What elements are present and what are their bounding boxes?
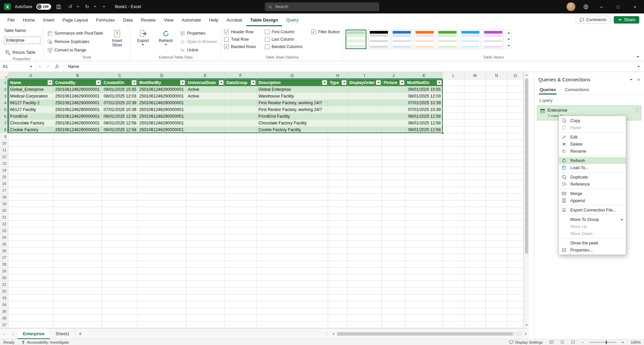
cell[interactable]	[348, 86, 382, 93]
context-menu-item-show-the-peek[interactable]: Show the peek	[559, 239, 626, 246]
filter-button[interactable]	[376, 80, 381, 85]
pane-tab-queries[interactable]: Queries	[539, 86, 557, 94]
table-header-createdon[interactable]: CreatedOn	[102, 79, 138, 86]
column-header-e[interactable]: E	[186, 72, 225, 79]
filter-button[interactable]	[322, 80, 327, 85]
cell[interactable]: 09/01/2025 15:55	[405, 86, 443, 93]
table-style-swatch-7[interactable]	[483, 30, 504, 49]
pane-close-icon[interactable]: ×	[637, 77, 640, 82]
scroll-up-icon[interactable]	[524, 72, 529, 78]
table-style-swatch-1[interactable]	[346, 30, 366, 49]
table-name-input[interactable]	[4, 37, 40, 44]
cell[interactable]	[328, 86, 348, 93]
cell[interactable]: 07/01/2025 10:39	[405, 100, 443, 106]
menu-tab-acrobat[interactable]: Acrobat	[222, 13, 246, 26]
scroll-down-icon[interactable]	[524, 322, 529, 328]
cell[interactable]: 66127 Facility 2	[8, 100, 53, 106]
cell[interactable]	[225, 93, 257, 100]
share-button[interactable]: Share	[614, 16, 639, 24]
save-icon[interactable]	[55, 3, 63, 10]
cell[interactable]: Global_Enterprise	[8, 86, 53, 93]
scroll-right-icon[interactable]	[524, 332, 528, 336]
accessibility-status[interactable]: Accessibility: Investigate	[18, 339, 72, 345]
normal-view-icon[interactable]	[546, 339, 557, 345]
search-box[interactable]	[265, 2, 379, 11]
query-peek-icon[interactable]	[635, 108, 639, 112]
cell[interactable]: 06/01/2025 12:58	[102, 113, 138, 120]
cell[interactable]: 06/01/2025 12:58	[102, 120, 138, 126]
row-header-23[interactable]: 23	[0, 227, 8, 234]
menu-tab-query[interactable]: Query	[282, 13, 303, 26]
cell[interactable]: 2501061246290000001	[53, 86, 102, 93]
vertical-scroll-thumb[interactable]	[525, 79, 528, 254]
scroll-left-icon[interactable]	[331, 332, 336, 336]
cell[interactable]	[382, 113, 405, 120]
horizontal-scrollbar[interactable]	[330, 329, 529, 339]
row-header-17[interactable]: 17	[0, 187, 8, 194]
globe-icon[interactable]	[582, 3, 589, 10]
table-header-modifiedby[interactable]: ModifiedBy	[138, 79, 186, 86]
cell[interactable]: 2501061246290000001	[138, 86, 186, 93]
redo-icon[interactable]: ↻	[83, 3, 91, 10]
undo-dropdown-icon[interactable]	[77, 6, 79, 7]
checkbox-last-column[interactable]: Last Column	[265, 37, 302, 42]
sheet-nav-right-icon[interactable]: ›	[9, 329, 17, 339]
cell[interactable]	[348, 120, 382, 126]
cells-area[interactable]: NameCreatedByCreatedOnModifiedByUniversa…	[8, 79, 524, 328]
cell[interactable]: 07/01/2025 10:39	[102, 106, 138, 113]
cell[interactable]: 2501061246290000001	[138, 100, 186, 106]
row-header-8[interactable]: 8	[0, 126, 8, 133]
column-header-i[interactable]: I	[348, 72, 382, 79]
row-header-4[interactable]: 4	[0, 100, 8, 106]
menu-tab-table-design[interactable]: Table Design	[246, 13, 282, 26]
row-header-33[interactable]: 33	[0, 295, 8, 301]
filter-button[interactable]	[219, 80, 224, 85]
table-header-description[interactable]: Description	[257, 79, 328, 86]
summarize-with-pivottable-button[interactable]: Summarize with PivotTable	[46, 30, 104, 37]
insert-slicer-button[interactable]: Insert Slicer	[107, 28, 127, 54]
menu-tab-help[interactable]: Help	[205, 13, 222, 26]
cell[interactable]: 06/01/2025 12:58	[405, 126, 443, 133]
cell[interactable]	[328, 126, 348, 133]
page-break-view-icon[interactable]	[568, 339, 578, 345]
cell[interactable]	[225, 86, 257, 93]
quick-access-menu-icon[interactable]	[100, 3, 108, 10]
cancel-icon[interactable]: ×	[35, 64, 44, 69]
cell[interactable]: Active	[186, 86, 225, 93]
cell[interactable]: Cookie Factory	[8, 126, 53, 133]
checkbox-banded-rows[interactable]: ✓Banded Rows	[224, 44, 256, 49]
zoom-out-button[interactable]: −	[578, 339, 587, 345]
checkbox-banded-columns[interactable]: Banded Columns	[265, 44, 302, 49]
cell[interactable]: Chocolate Factory Facility	[257, 120, 328, 126]
table-header-displayorder[interactable]: DisplayOrder	[348, 79, 382, 86]
column-header-a[interactable]: A	[8, 72, 53, 79]
cell[interactable]: Active	[186, 93, 225, 100]
zoom-level[interactable]: 100%	[628, 339, 644, 345]
column-header-n[interactable]: N	[486, 72, 507, 79]
cell[interactable]	[328, 113, 348, 120]
cell[interactable]	[382, 120, 405, 126]
menu-tab-insert[interactable]: Insert	[39, 13, 59, 26]
remove-duplicates-button[interactable]: Remove Duplicates	[46, 38, 104, 45]
cell[interactable]: Cookie Factory Facility	[257, 126, 328, 133]
filter-button[interactable]	[180, 80, 185, 85]
table-style-swatch-4[interactable]	[414, 30, 435, 49]
properties-button[interactable]: Properties	[179, 30, 218, 37]
filter-button[interactable]	[437, 80, 442, 85]
maximize-button[interactable]: □	[613, 2, 623, 11]
cell[interactable]: 06/01/2025 12:58	[102, 126, 138, 133]
zoom-knob[interactable]	[606, 341, 607, 344]
column-header-g[interactable]: G	[257, 72, 328, 79]
row-header-21[interactable]: 21	[0, 214, 8, 221]
row-header-6[interactable]: 6	[0, 113, 8, 120]
row-header-24[interactable]: 24	[0, 234, 8, 241]
cell[interactable]: 2501061246290000001	[138, 93, 186, 100]
context-menu-item-move-to-group[interactable]: Move To Group▸	[559, 216, 626, 223]
checkbox-header-row[interactable]: ✓Header Row	[224, 30, 256, 34]
menu-tab-view[interactable]: View	[159, 13, 177, 26]
collapse-ribbon-icon[interactable]	[637, 53, 639, 59]
cell[interactable]: 2501061246290000001	[53, 93, 102, 100]
cell[interactable]	[225, 113, 257, 120]
minimize-button[interactable]: ─	[596, 2, 606, 11]
cell[interactable]: 07/01/2025 10:39	[102, 100, 138, 106]
